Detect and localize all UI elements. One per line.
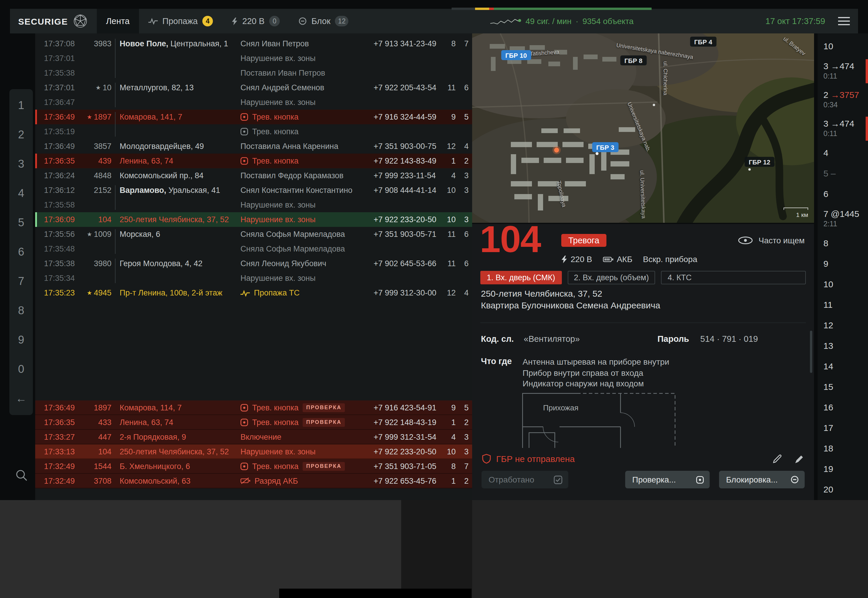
zone-chip[interactable]: 2. Вх. дверь (объем) (567, 271, 655, 284)
frequent-search-toggle[interactable]: Часто ищем (738, 236, 805, 245)
object-address: Комарова, 141, 7 (120, 112, 241, 121)
gbr-unit-item[interactable]: 8 (817, 233, 868, 254)
feed-row[interactable]: 17:35:383980Героя Молодова, 4, 42Снял Ле… (35, 256, 472, 271)
object-number: 4848 (79, 171, 111, 180)
gbr-unit-item[interactable]: 16 (817, 398, 868, 418)
keypad-key-6[interactable]: 6 (9, 238, 33, 267)
feed-row[interactable]: 17:35:19Трев. кнопка (35, 124, 472, 139)
gbr-unit-item[interactable]: 17 (817, 418, 868, 438)
feed-row[interactable]: 17:35:48Сняла Софья Мармеладова (35, 242, 472, 256)
gbr-unit-item[interactable]: 6 (817, 184, 868, 205)
gbr-unit-item[interactable]: 2 →37570:34 (817, 85, 868, 114)
keypad-key-2[interactable]: 2 (9, 120, 33, 150)
gbr-unit-item[interactable]: 13 (817, 336, 868, 356)
keypad-key-4[interactable]: 4 (9, 179, 33, 208)
event-time: 17:36:47 (35, 98, 79, 107)
keypad-key-9[interactable]: 9 (9, 325, 33, 355)
keypad-key-5[interactable]: 5 (9, 208, 33, 238)
gbr-unit-item[interactable]: 10 (817, 36, 868, 57)
feed-row[interactable]: 17:37:01Нарушение вх. зоны (35, 51, 472, 66)
edit-pen-icon[interactable] (772, 453, 783, 463)
what-where-line: Антенна штыревая на приборе внутри (522, 356, 669, 367)
alarm-row[interactable]: 17:33:274472-я Порядковая, 9Включение+7 … (35, 430, 472, 444)
feed-row[interactable]: 17:36:244848Комсомольский пр., 84Постави… (35, 168, 472, 183)
tab-power[interactable]: 220 В0 (222, 9, 289, 33)
feed-row[interactable]: 17:35:58Нарушение вх. зоны (35, 197, 472, 212)
gbr-unit-item[interactable]: 11 (817, 295, 868, 315)
alarm-row[interactable]: 17:32:491544Б. Хмельницкого, 6Трев. кноп… (35, 459, 472, 474)
what-where-lines: Антенна штыревая на приборе внутриПрибор… (522, 356, 669, 389)
app-window: SECURIGE ЛентаПропажа4220 В0Блок12 49 си… (0, 0, 868, 500)
gbr-unit-item[interactable]: 15 (817, 377, 868, 398)
menu-icon[interactable] (838, 17, 850, 25)
group-connector (111, 95, 120, 110)
feed-row[interactable]: 17:35:23★4945Пр-т Ленина, 100в, 2-й этаж… (35, 286, 472, 300)
gbr-unit-item[interactable]: 3 →4740:11 (817, 114, 868, 143)
keypad-key-7[interactable]: 7 (9, 267, 33, 296)
action-check-button[interactable]: Проверка... (625, 471, 709, 488)
feed-row[interactable]: 17:36:122152Варламово, Уральская, 41Снял… (35, 183, 472, 197)
gbr-unit-item[interactable]: 14 (817, 356, 868, 377)
search-icon[interactable] (15, 469, 28, 482)
gbr-unit-item[interactable]: 7 @14452:11 (817, 205, 868, 233)
feed-row[interactable]: 17:36:493857Молодогвардейцев, 49Поставил… (35, 139, 472, 154)
gbr-unit-item[interactable]: 12 (817, 315, 868, 336)
keypad-key-back[interactable]: ← (9, 384, 33, 413)
tab-missing[interactable]: Пропажа4 (139, 9, 222, 33)
zone-chip[interactable]: 4. КТС (661, 271, 806, 284)
feed-row[interactable]: 17:36:09104250-летия Челябинска, 37, 52Н… (35, 212, 472, 227)
map-gbr-unit-badge[interactable]: ГБР 10 (501, 50, 531, 60)
feed-row[interactable]: 17:37:01★10Металлургов, 82, 13Снял Андре… (35, 80, 472, 95)
gbr-unit-item[interactable]: 18 (817, 438, 868, 459)
feed-row[interactable]: 17:36:49★1897Комарова, 141, 7Трев. кнопк… (35, 110, 472, 124)
feed-row[interactable]: 17:36:47Нарушение вх. зоны (35, 95, 472, 110)
map-gbr-unit-badge[interactable]: ГБР 8 (620, 55, 646, 65)
gbr-unit-item[interactable]: 19 (817, 459, 868, 480)
alarm-row[interactable]: 17:36:491897Комарова, 114, 7Трев. кнопка… (35, 401, 472, 415)
marker-pen-icon[interactable] (793, 453, 804, 463)
map[interactable]: ГБР 10ГБР 8ГБР 4ГБР 3ГБР 12Universitetsk… (472, 33, 814, 223)
zone-chip[interactable]: 1. Вх. дверь (СМК) (480, 271, 561, 284)
alarm-row[interactable]: 17:33:13104250-летия Челябинска, 37, 52Н… (35, 444, 472, 459)
feed-row[interactable]: 17:37:083983Новое Поле, Центральная, 1Сн… (35, 36, 472, 51)
gbr-unit-item[interactable]: 9 (817, 254, 868, 274)
scrollbar[interactable] (810, 330, 812, 373)
gbr-unit-item[interactable]: 20 (817, 480, 868, 500)
desktop-background (472, 500, 868, 598)
counter-1: 4 (443, 171, 456, 180)
keypad-key-0[interactable]: 0 (9, 355, 33, 384)
code-word-value: «Вентилятор» (524, 334, 580, 344)
group-connector (111, 256, 120, 271)
gbr-unit-item[interactable]: 10 (817, 274, 868, 295)
map-gbr-unit-badge[interactable]: ГБР 4 (690, 37, 716, 46)
check-status-badge: ПРОВЕРКА (302, 403, 345, 412)
tab-feed[interactable]: Лента (97, 9, 139, 33)
gbr-unit-item[interactable]: 4 (817, 143, 868, 164)
scale-label: 1 км (796, 211, 808, 218)
object-number: 3857 (79, 142, 111, 151)
keypad-key-1[interactable]: 1 (9, 91, 33, 120)
star-icon: ★ (87, 231, 92, 238)
feed-row[interactable]: 17:35:34Нарушение вх. зоны (35, 271, 472, 286)
event-description: Нарушение вх. зоны (241, 274, 374, 283)
keypad-key-3[interactable]: 3 (9, 150, 33, 179)
tab-block[interactable]: Блок12 (289, 9, 358, 33)
alarm-row[interactable]: 17:36:35433Ленина, 63, 74Трев. кнопкаПРО… (35, 415, 472, 430)
action-done-button[interactable]: Отработано (482, 471, 568, 488)
feed-row[interactable]: 17:35:38Поставил Иван Петров (35, 66, 472, 80)
event-time: 17:36:24 (35, 171, 79, 180)
feed-row[interactable]: 17:36:35439Ленина, 63, 74Трев. кнопка+7 … (35, 154, 472, 168)
action-block-button[interactable]: Блокировка... (719, 471, 805, 488)
group-connector (111, 474, 120, 488)
map-gbr-unit-badge[interactable]: ГБР 12 (745, 157, 774, 167)
activity-segment (489, 7, 494, 10)
keypad-key-8[interactable]: 8 (9, 296, 33, 325)
map-gbr-unit-badge[interactable]: ГБР 3 (592, 142, 618, 152)
gbr-unit-item[interactable]: 5 – (817, 164, 868, 184)
feed-row[interactable]: 17:35:56★1009Морская, 6Сняла Софья Марме… (35, 227, 472, 242)
event-description: Нарушение вх. зоны (241, 447, 374, 456)
tab-label: 220 В (242, 16, 265, 26)
alarm-row[interactable]: 17:32:493708Комсомольский, 63Разряд АКБ+… (35, 474, 472, 488)
event-time: 17:32:49 (35, 476, 79, 485)
gbr-unit-item[interactable]: 3 →4740:11 (817, 57, 868, 85)
